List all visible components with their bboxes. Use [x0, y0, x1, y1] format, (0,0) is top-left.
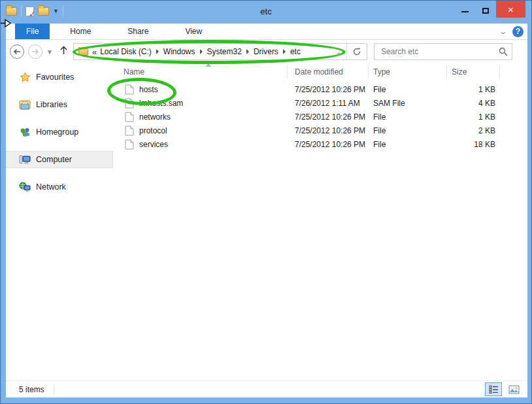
expand-ribbon-chevron-icon[interactable]: ⌄	[499, 27, 507, 36]
thumbnail-view-icon	[508, 385, 520, 394]
breadcrumb-separator-icon[interactable]	[200, 49, 203, 54]
file-date: 7/25/2012 10:26 PM	[295, 85, 365, 94]
navigation-pane: Favourites Libraries Homegroup	[6, 63, 113, 380]
tab-home[interactable]: Home	[59, 24, 102, 39]
breadcrumb-segment-drivers[interactable]: Drivers	[252, 47, 280, 56]
title-bar: ✓ ▼ etc ×	[1, 1, 531, 24]
maximize-icon	[482, 8, 489, 14]
sidebar-item-computer[interactable]: Computer	[6, 151, 113, 168]
address-dropdown-chevron-icon[interactable]: ⌄	[331, 44, 347, 59]
refresh-button[interactable]	[347, 44, 367, 59]
file-date: 7/26/2012 1:11 AM	[295, 99, 360, 108]
file-size: 18 KB	[440, 140, 495, 149]
column-divider[interactable]	[368, 65, 369, 79]
computer-icon	[19, 154, 31, 165]
maximize-button[interactable]	[475, 1, 496, 18]
column-divider[interactable]	[446, 65, 447, 79]
file-size: 1 KB	[440, 85, 495, 94]
column-headers: Name Date modified Type Size	[113, 63, 527, 80]
column-header-size[interactable]: Size	[452, 67, 467, 76]
star-icon	[19, 71, 31, 83]
file-row-services[interactable]: services 7/25/2012 10:26 PM File 18 KB	[113, 138, 527, 152]
file-row-networks[interactable]: networks 7/25/2012 10:26 PM File 1 KB	[113, 110, 527, 124]
sidebar-item-label: Homegroup	[36, 127, 78, 137]
address-row: ▼ « Local Disk (C:) Windows System32 Dri…	[6, 40, 527, 63]
recent-locations-chevron-icon[interactable]: ▼	[46, 48, 53, 56]
file-icon	[125, 84, 134, 97]
window-title: etc	[1, 7, 531, 16]
file-row-protocol[interactable]: protocol 7/25/2012 10:26 PM File 2 KB	[113, 124, 527, 138]
column-divider[interactable]	[499, 65, 500, 79]
breadcrumb-overflow[interactable]: «	[92, 47, 97, 57]
file-icon	[125, 126, 134, 139]
status-bar: 5 items	[6, 380, 527, 397]
search-box	[374, 43, 512, 60]
libraries-icon	[19, 99, 31, 110]
search-icon[interactable]	[499, 47, 508, 56]
minimize-icon	[461, 11, 469, 12]
breadcrumb-segment-local-disk[interactable]: Local Disk (C:)	[98, 47, 154, 56]
file-size: 1 KB	[440, 112, 495, 122]
breadcrumb-segment-etc[interactable]: etc	[288, 47, 303, 56]
breadcrumb-separator-icon[interactable]	[246, 49, 249, 54]
forward-arrow-icon	[31, 48, 39, 55]
column-header-date-modified[interactable]: Date modified	[295, 67, 343, 76]
file-icon	[125, 112, 134, 125]
breadcrumb-separator-icon[interactable]	[156, 49, 159, 54]
column-header-name[interactable]: Name	[124, 67, 144, 76]
file-type: File	[373, 85, 386, 94]
details-view-button[interactable]	[485, 382, 502, 396]
back-arrow-icon	[13, 48, 21, 55]
file-rows: hosts 7/25/2012 10:26 PM File 1 KB lmhos…	[113, 83, 527, 152]
up-button[interactable]	[59, 46, 68, 58]
ribbon-tab-row: File Home Share View ⌄ ?	[6, 24, 527, 40]
breadcrumb-segment-windows[interactable]: Windows	[161, 47, 197, 56]
thumbnail-view-button[interactable]	[505, 382, 522, 396]
file-name: lmhosts.sam	[139, 99, 183, 108]
divider	[54, 384, 54, 395]
sidebar-item-libraries[interactable]: Libraries	[6, 96, 113, 113]
tab-share[interactable]: Share	[116, 24, 159, 39]
file-type: File	[373, 112, 386, 122]
file-row-hosts[interactable]: hosts 7/25/2012 10:26 PM File 1 KB	[113, 83, 527, 97]
address-bar[interactable]: « Local Disk (C:) Windows System32 Drive…	[73, 43, 367, 60]
item-count: 5 items	[19, 385, 44, 394]
search-input[interactable]	[380, 46, 499, 57]
file-name: networks	[139, 112, 171, 122]
sidebar-item-favourites[interactable]: Favourites	[6, 69, 113, 86]
breadcrumb-separator-icon[interactable]	[283, 49, 286, 54]
file-name: hosts	[139, 85, 158, 94]
file-date: 7/25/2012 10:26 PM	[295, 112, 365, 122]
file-type: File	[373, 126, 386, 135]
file-list: Name Date modified Type Size hosts 7/25/…	[113, 63, 527, 380]
file-date: 7/25/2012 10:26 PM	[295, 126, 365, 135]
back-button[interactable]	[10, 44, 24, 59]
tab-file[interactable]: File	[15, 24, 50, 39]
file-date: 7/25/2012 10:26 PM	[295, 140, 365, 149]
help-icon[interactable]: ?	[512, 26, 524, 37]
sidebar-item-network[interactable]: Network	[6, 178, 113, 195]
sidebar-item-label: Computer	[36, 155, 72, 164]
sidebar-item-label: Libraries	[36, 100, 67, 109]
caption-buttons: ×	[454, 1, 525, 18]
minimize-button[interactable]	[454, 1, 475, 18]
breadcrumb: « Local Disk (C:) Windows System32 Drive…	[74, 47, 331, 57]
sidebar-item-homegroup[interactable]: Homegroup	[6, 124, 113, 141]
column-header-type[interactable]: Type	[373, 67, 390, 76]
file-row-lmhosts[interactable]: lmhosts.sam 7/26/2012 1:11 AM SAM File 4…	[113, 97, 527, 110]
close-button[interactable]: ×	[496, 1, 525, 18]
file-type: SAM File	[373, 99, 405, 108]
sort-ascending-icon[interactable]	[205, 63, 212, 67]
sidebar-item-label: Network	[36, 182, 66, 192]
close-icon: ×	[508, 4, 514, 15]
breadcrumb-segment-system32[interactable]: System32	[205, 47, 244, 56]
tab-view[interactable]: View	[174, 24, 213, 39]
folder-icon	[78, 48, 88, 56]
file-icon	[125, 139, 134, 152]
column-divider[interactable]	[287, 65, 288, 79]
details-view-icon	[489, 385, 499, 394]
forward-button[interactable]	[28, 44, 42, 59]
file-size: 4 KB	[440, 99, 495, 108]
file-name: services	[139, 140, 168, 149]
explorer-window: ✓ ▼ etc × File Home Share View ⌄ ?	[0, 0, 532, 404]
